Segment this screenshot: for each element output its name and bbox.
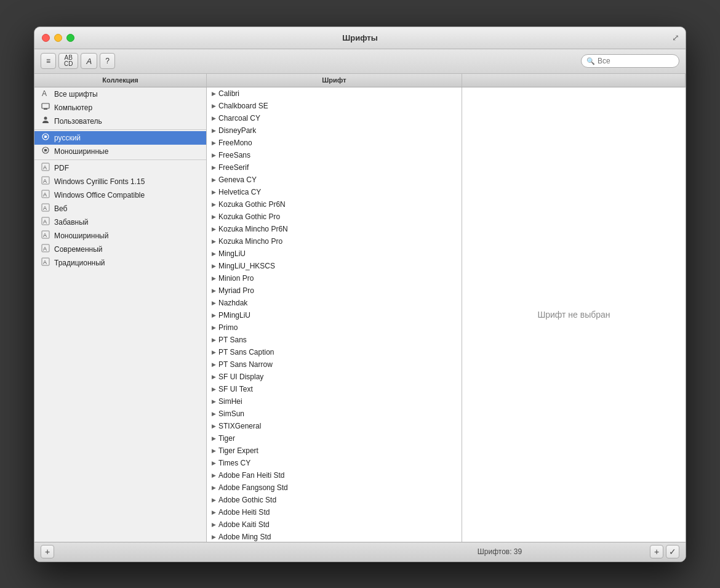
preview-panel: Шрифт не выбран	[462, 87, 686, 542]
sidebar-item-fun[interactable]: AЗабавный	[34, 215, 206, 229]
font-list-item[interactable]: ▶Primo	[207, 321, 462, 334]
font-name-label: Calibri	[218, 89, 239, 98]
font-list-item[interactable]: ▶Adobe Fan Heiti Std	[207, 469, 462, 481]
font-list: ▶Calibri▶Chalkboard SE▶Charcoal CY▶Disne…	[207, 87, 462, 542]
font-list-item[interactable]: ▶Helvetica CY	[207, 186, 462, 198]
preview-button[interactable]: A	[81, 53, 97, 69]
sidebar-item-computer[interactable]: Компьютер	[34, 101, 206, 115]
font-list-item[interactable]: ▶SimHei	[207, 395, 462, 408]
font-list-item[interactable]: ▶Charcoal CY	[207, 112, 462, 124]
font-list-item[interactable]: ▶Times CY	[207, 457, 462, 469]
sidebar-item-label: Windows Cyrillic Fonts 1.15	[54, 177, 145, 186]
font-list-item[interactable]: ▶SF UI Display	[207, 371, 462, 383]
validate-button[interactable]: ✓	[666, 545, 679, 558]
sidebar-item-label: Все шрифты	[54, 90, 98, 99]
font-expand-arrow: ▶	[212, 263, 216, 269]
font-list-item[interactable]: ▶Tiger Expert	[207, 445, 462, 457]
sidebar-item-pdf[interactable]: APDF	[34, 161, 206, 175]
font-list-item[interactable]: ▶Adobe Ming Std	[207, 531, 462, 542]
font-list-item[interactable]: ▶Nazhdak	[207, 297, 462, 309]
font-list-item[interactable]: ▶Geneva CY	[207, 174, 462, 186]
sidebar-item-russian[interactable]: русский	[34, 131, 206, 145]
font-list-item[interactable]: ▶FreeMono	[207, 137, 462, 149]
sidebar-item-icon	[41, 132, 50, 143]
sidebar-item-icon: A	[41, 163, 50, 173]
font-list-item[interactable]: ▶MingLiU	[207, 248, 462, 260]
font-list-item[interactable]: ▶Kozuka Mincho Pr6N	[207, 223, 462, 235]
font-expand-arrow: ▶	[212, 91, 216, 97]
font-list-item[interactable]: ▶FreeSans	[207, 149, 462, 161]
preview-header	[462, 74, 686, 87]
font-list-item[interactable]: ▶Adobe Heiti Std	[207, 506, 462, 518]
font-list-item[interactable]: ▶STIXGeneral	[207, 420, 462, 432]
sidebar-item-all-fonts[interactable]: AВсе шрифты	[34, 87, 206, 101]
sidebar-item-modern[interactable]: AСовременный	[34, 243, 206, 256]
font-expand-arrow: ▶	[212, 497, 216, 503]
font-list-item[interactable]: ▶SimSun	[207, 408, 462, 420]
font-list-item[interactable]: ▶MingLiU_HKSCS	[207, 260, 462, 272]
add-collection-button[interactable]: +	[41, 545, 54, 558]
sidebar-item-label: Традиционный	[54, 259, 105, 267]
maximize-button[interactable]	[66, 34, 74, 42]
font-list-item[interactable]: ▶FreeSerif	[207, 161, 462, 174]
font-expand-arrow: ▶	[212, 177, 216, 183]
font-list-item[interactable]: ▶Kozuka Gothic Pro	[207, 211, 462, 223]
svg-text:A: A	[43, 232, 47, 238]
sidebar-item-win-cyrillic[interactable]: AWindows Cyrillic Fonts 1.15	[34, 175, 206, 188]
font-list-item[interactable]: ▶DisneyPark	[207, 124, 462, 137]
font-name-label: Adobe Heiti Std	[218, 508, 270, 517]
svg-text:A: A	[43, 219, 47, 225]
font-name-label: Kozuka Mincho Pr6N	[218, 225, 288, 233]
add-font-button[interactable]: +	[650, 545, 663, 558]
font-list-item[interactable]: ▶Myriad Pro	[207, 284, 462, 297]
sidebar-item-icon: A	[41, 230, 50, 241]
sidebar-divider	[34, 129, 206, 130]
font-list-item[interactable]: ▶Chalkboard SE	[207, 100, 462, 112]
font-list-item[interactable]: ▶PT Sans Caption	[207, 346, 462, 358]
svg-rect-1	[42, 103, 49, 108]
font-name-label: Adobe Fangsong Std	[218, 483, 288, 492]
fontview-button[interactable]: ABCD	[58, 53, 78, 69]
collection-header: Коллекция	[34, 74, 207, 87]
font-list-item[interactable]: ▶PT Sans Narrow	[207, 358, 462, 371]
font-name-label: Adobe Fan Heiti Std	[218, 471, 284, 480]
font-list-item[interactable]: ▶Adobe Fangsong Std	[207, 481, 462, 494]
font-list-item[interactable]: ▶PT Sans	[207, 334, 462, 346]
font-expand-arrow: ▶	[212, 164, 216, 171]
sidebar-item-icon: A	[41, 244, 50, 254]
sidebar-item-mono2[interactable]: AМоноширинный	[34, 229, 206, 243]
font-list-item[interactable]: ▶Kozuka Gothic Pr6N	[207, 198, 462, 211]
sidebar-item-web[interactable]: AВеб	[34, 202, 206, 215]
sidebar-item-monospace[interactable]: Моноширинные	[34, 145, 206, 158]
font-list-item[interactable]: ▶Minion Pro	[207, 272, 462, 284]
sidebar-item-win-office[interactable]: AWindows Office Compatible	[34, 188, 206, 202]
sidebar-item-icon: A	[41, 190, 50, 200]
menu-button[interactable]: ≡	[41, 53, 56, 69]
info-button[interactable]: ?	[100, 53, 115, 69]
font-name-label: Kozuka Mincho Pro	[218, 237, 282, 246]
sidebar-item-traditional[interactable]: AТрадиционный	[34, 256, 206, 270]
font-list-item[interactable]: ▶Tiger	[207, 432, 462, 445]
close-button[interactable]	[42, 34, 50, 42]
plus-icon: +	[45, 547, 50, 557]
font-expand-arrow: ▶	[212, 288, 216, 294]
sidebar-item-label: Windows Office Compatible	[54, 191, 145, 199]
font-expand-arrow: ▶	[212, 534, 216, 540]
search-input[interactable]	[598, 57, 674, 65]
font-expand-arrow: ▶	[212, 251, 216, 257]
font-list-item[interactable]: ▶Kozuka Mincho Pro	[207, 235, 462, 248]
font-expand-arrow: ▶	[212, 411, 216, 417]
font-expand-arrow: ▶	[212, 152, 216, 158]
font-list-item[interactable]: ▶Adobe Gothic Std	[207, 494, 462, 506]
font-list-item[interactable]: ▶PMingLiU	[207, 309, 462, 321]
minimize-button[interactable]	[54, 34, 62, 42]
sidebar-item-user[interactable]: Пользователь	[34, 115, 206, 128]
no-font-label: Шрифт не выбран	[537, 310, 610, 320]
font-list-item[interactable]: ▶Calibri	[207, 87, 462, 100]
font-list-item[interactable]: ▶SF UI Text	[207, 383, 462, 395]
font-expand-arrow: ▶	[212, 435, 216, 441]
font-name-label: Geneva CY	[218, 175, 257, 184]
font-list-item[interactable]: ▶Adobe Kaiti Std	[207, 518, 462, 531]
font-name-label: Nazhdak	[218, 299, 247, 307]
font-name-label: MingLiU_HKSCS	[218, 262, 275, 270]
